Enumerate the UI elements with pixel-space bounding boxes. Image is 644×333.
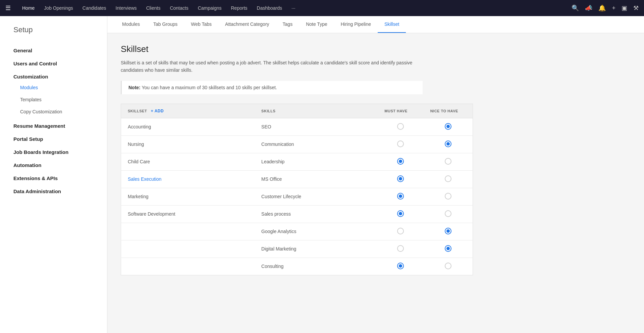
nav-link-interviews[interactable]: Interviews xyxy=(111,0,142,16)
nav-links: Home Job Openings Candidates Interviews … xyxy=(17,0,572,16)
radio-must-have-3[interactable] xyxy=(397,175,404,182)
sidebar-item-resume-management[interactable]: Resume Management xyxy=(0,118,107,131)
nav-link-contacts[interactable]: Contacts xyxy=(165,0,193,16)
note-box: Note: You can have a maximum of 30 skill… xyxy=(121,81,423,94)
col-header-skillset: SKILLSET + Add xyxy=(121,104,255,118)
note-label: Note: xyxy=(128,85,141,90)
radio-must-have-5[interactable] xyxy=(397,210,404,217)
cell-nice-to-have-7[interactable] xyxy=(424,240,473,258)
radio-must-have-0[interactable] xyxy=(397,123,404,130)
radio-nice-to-have-2[interactable] xyxy=(445,158,451,165)
sidebar-item-general[interactable]: General xyxy=(0,42,107,55)
cell-nice-to-have-8[interactable] xyxy=(424,258,473,275)
main-content: Modules Tab Groups Web Tabs Attachment C… xyxy=(107,16,644,333)
cell-skills-4: Customer Lifecycle xyxy=(255,188,378,205)
cell-nice-to-have-6[interactable] xyxy=(424,223,473,240)
col-header-skills: SKILLS xyxy=(255,104,378,118)
sidebar-item-portal-setup[interactable]: Portal Setup xyxy=(0,131,107,144)
tab-tab-groups[interactable]: Tab Groups xyxy=(147,16,184,33)
sidebar-title: Setup xyxy=(0,25,107,42)
nav-link-clients[interactable]: Clients xyxy=(142,0,165,16)
megaphone-icon[interactable]: 📣 xyxy=(585,4,592,12)
radio-nice-to-have-0[interactable] xyxy=(445,123,451,130)
radio-nice-to-have-4[interactable] xyxy=(445,193,451,200)
main-layout: Setup General Users and Control Customiz… xyxy=(0,16,644,333)
cell-nice-to-have-0[interactable] xyxy=(424,118,473,135)
sidebar-item-templates[interactable]: Templates xyxy=(0,94,107,106)
nav-link-more[interactable]: ··· xyxy=(287,0,300,16)
tab-web-tabs[interactable]: Web Tabs xyxy=(184,16,218,33)
cell-skillset-1: Nursing xyxy=(121,135,255,153)
cell-skillset-2: Child Care xyxy=(121,153,255,170)
sidebar: Setup General Users and Control Customiz… xyxy=(0,16,107,333)
tab-note-type[interactable]: Note Type xyxy=(299,16,334,33)
tab-modules[interactable]: Modules xyxy=(115,16,147,33)
cell-must-have-7[interactable] xyxy=(378,240,423,258)
sidebar-item-modules[interactable]: Modules xyxy=(0,81,107,94)
radio-nice-to-have-5[interactable] xyxy=(445,210,451,217)
cell-skillset-3[interactable]: Sales Execution xyxy=(121,170,255,188)
table-row: AccountingSEO xyxy=(121,118,473,135)
sidebar-item-automation[interactable]: Automation xyxy=(0,157,107,170)
radio-must-have-1[interactable] xyxy=(397,141,404,147)
search-icon[interactable]: 🔍 xyxy=(572,4,579,12)
cell-nice-to-have-5[interactable] xyxy=(424,205,473,223)
cell-must-have-8[interactable] xyxy=(378,258,423,275)
tab-attachment-category[interactable]: Attachment Category xyxy=(218,16,276,33)
cell-must-have-0[interactable] xyxy=(378,118,423,135)
cell-must-have-2[interactable] xyxy=(378,153,423,170)
sidebar-item-extensions-and-apis[interactable]: Extensions & APIs xyxy=(0,170,107,183)
radio-nice-to-have-7[interactable] xyxy=(445,245,451,252)
radio-nice-to-have-8[interactable] xyxy=(445,263,451,269)
add-icon[interactable]: + xyxy=(612,5,615,12)
sidebar-item-job-boards-integration[interactable]: Job Boards Integration xyxy=(0,144,107,157)
cell-must-have-5[interactable] xyxy=(378,205,423,223)
cell-nice-to-have-4[interactable] xyxy=(424,188,473,205)
radio-nice-to-have-1[interactable] xyxy=(445,141,451,147)
cell-nice-to-have-3[interactable] xyxy=(424,170,473,188)
radio-nice-to-have-6[interactable] xyxy=(445,228,451,234)
add-skillset-button[interactable]: + Add xyxy=(151,109,164,113)
nav-link-home[interactable]: Home xyxy=(17,0,39,16)
hamburger-menu-icon[interactable]: ☰ xyxy=(5,4,11,12)
window-icon[interactable]: ▣ xyxy=(622,4,627,12)
nav-link-campaigns[interactable]: Campaigns xyxy=(193,0,226,16)
table-row: Google Analytics xyxy=(121,223,473,240)
radio-must-have-8[interactable] xyxy=(397,263,404,269)
nav-link-dashboards[interactable]: Dashboards xyxy=(252,0,287,16)
sidebar-item-customization[interactable]: Customization xyxy=(0,68,107,81)
table-header-row: SKILLSET + Add SKILLS MUST HAVE NICE TO … xyxy=(121,104,473,118)
table-row: Digital Marketing xyxy=(121,240,473,258)
page-title: Skillset xyxy=(121,44,631,54)
tab-tags[interactable]: Tags xyxy=(276,16,300,33)
cell-must-have-1[interactable] xyxy=(378,135,423,153)
top-navigation: ☰ Home Job Openings Candidates Interview… xyxy=(0,0,644,16)
cell-nice-to-have-1[interactable] xyxy=(424,135,473,153)
radio-nice-to-have-3[interactable] xyxy=(445,175,451,182)
tab-skillset[interactable]: Skillset xyxy=(378,16,406,33)
settings-icon[interactable]: ⚒ xyxy=(633,4,639,12)
col-header-must-have: MUST HAVE xyxy=(378,104,423,118)
cell-skillset-7 xyxy=(121,240,255,258)
cell-skills-6: Google Analytics xyxy=(255,223,378,240)
sidebar-item-users-and-control[interactable]: Users and Control xyxy=(0,55,107,68)
radio-must-have-2[interactable] xyxy=(397,158,404,165)
cell-must-have-4[interactable] xyxy=(378,188,423,205)
nav-link-reports[interactable]: Reports xyxy=(226,0,252,16)
bell-icon[interactable]: 🔔 xyxy=(598,4,606,12)
sidebar-item-data-administration[interactable]: Data Administration xyxy=(0,183,107,196)
tab-hiring-pipeline[interactable]: Hiring Pipeline xyxy=(334,16,378,33)
page-content: Skillset Skillset is a set of skills tha… xyxy=(107,33,644,286)
table-row: MarketingCustomer Lifecycle xyxy=(121,188,473,205)
radio-must-have-4[interactable] xyxy=(397,193,404,200)
nav-link-candidates[interactable]: Candidates xyxy=(78,0,111,16)
cell-must-have-3[interactable] xyxy=(378,170,423,188)
cell-nice-to-have-2[interactable] xyxy=(424,153,473,170)
radio-must-have-6[interactable] xyxy=(397,228,404,234)
table-body: AccountingSEONursingCommunicationChild C… xyxy=(121,118,473,275)
cell-skillset-6 xyxy=(121,223,255,240)
radio-must-have-7[interactable] xyxy=(397,245,404,252)
nav-link-job-openings[interactable]: Job Openings xyxy=(39,0,77,16)
cell-must-have-6[interactable] xyxy=(378,223,423,240)
sidebar-item-copy-customization[interactable]: Copy Customization xyxy=(0,106,107,118)
